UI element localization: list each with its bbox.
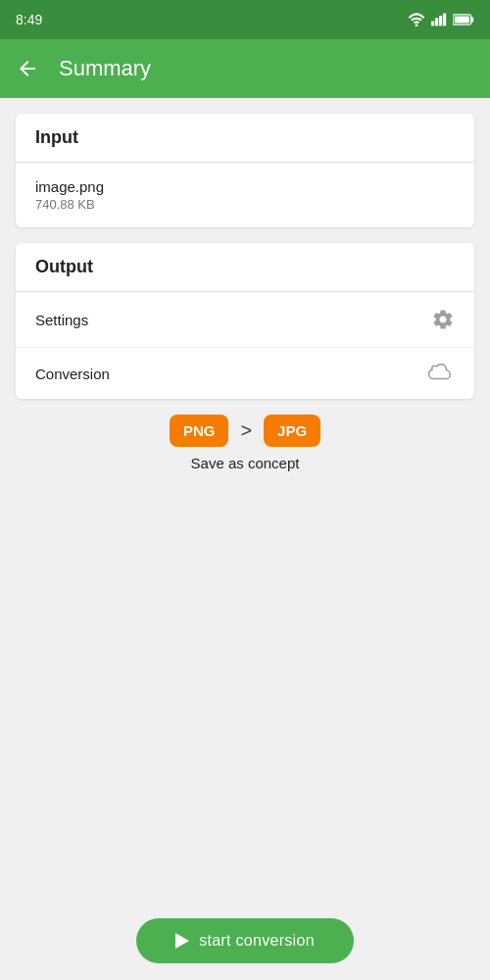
file-size: 740.88 KB xyxy=(35,197,104,212)
file-info: image.png 740.88 KB xyxy=(35,178,104,212)
svg-point-0 xyxy=(416,24,418,27)
status-time: 8:49 xyxy=(16,12,42,27)
arrow-icon: > xyxy=(240,419,252,442)
output-label: Output xyxy=(35,257,93,276)
play-icon xyxy=(175,933,189,949)
input-card: Input image.png 740.88 KB xyxy=(16,114,474,227)
toolbar: Summary xyxy=(0,39,490,98)
svg-rect-6 xyxy=(471,17,474,22)
cloud-icon xyxy=(427,364,455,383)
conversion-row[interactable]: Conversion xyxy=(16,348,474,399)
conversion-label: Conversion xyxy=(35,366,110,382)
start-button-label: start conversion xyxy=(199,932,315,950)
output-card-header: Output xyxy=(16,243,474,292)
input-file-row: image.png 740.88 KB xyxy=(16,163,474,227)
save-concept-label[interactable]: Save as concept xyxy=(16,455,474,471)
main-content: Input image.png 740.88 KB Output Setting… xyxy=(0,98,490,902)
input-label: Input xyxy=(35,127,78,147)
input-card-header: Input xyxy=(16,114,474,163)
svg-rect-4 xyxy=(443,14,446,26)
svg-rect-3 xyxy=(439,16,442,25)
signal-icon xyxy=(431,13,447,26)
from-format-badge: PNG xyxy=(170,415,229,447)
status-bar: 8:49 xyxy=(0,0,490,39)
status-icons xyxy=(408,13,474,26)
settings-label: Settings xyxy=(35,312,88,328)
svg-rect-2 xyxy=(435,18,438,25)
to-format-badge: JPG xyxy=(264,415,320,447)
svg-rect-1 xyxy=(431,22,434,26)
conversion-format-section: PNG > JPG xyxy=(16,415,474,447)
settings-row[interactable]: Settings xyxy=(16,292,474,348)
back-button[interactable] xyxy=(16,57,39,80)
output-card: Output Settings Conversion xyxy=(16,243,474,399)
svg-rect-7 xyxy=(455,17,469,24)
battery-icon xyxy=(453,14,474,25)
wifi-icon xyxy=(408,13,425,26)
start-conversion-button[interactable]: start conversion xyxy=(136,918,354,963)
file-name: image.png xyxy=(35,178,104,195)
gear-icon xyxy=(431,308,455,331)
page-title: Summary xyxy=(59,56,151,81)
bottom-bar: start conversion xyxy=(0,902,490,980)
